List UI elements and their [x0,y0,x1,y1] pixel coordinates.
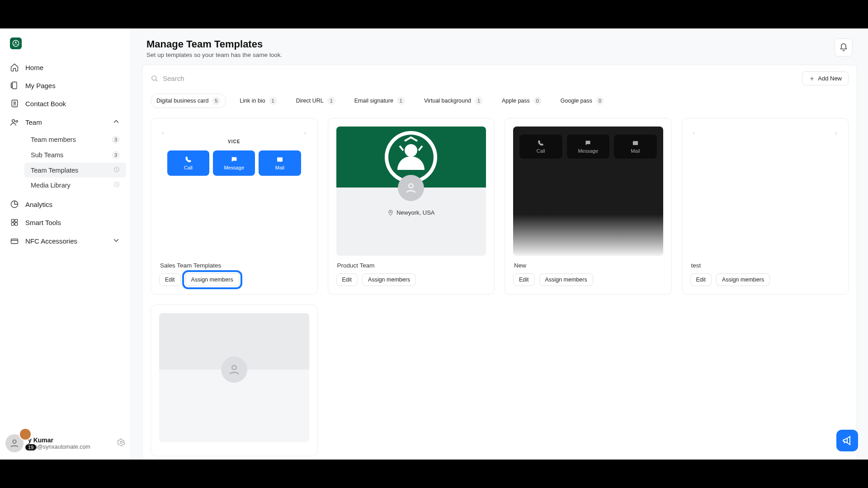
chip-digital-business-card[interactable]: Digital business card 5 [151,94,226,108]
nav-home-label: Home [25,64,43,71]
nav-my-pages[interactable]: My Pages [5,76,126,94]
chip-direct-url[interactable]: Direct URL 1 [291,94,341,108]
preview-quick-actions: Call Message Mail [513,127,663,159]
letterbox-bottom [0,460,868,488]
assign-members-button[interactable]: Assign members [362,273,416,286]
page-title: Manage Team Templates [146,38,282,50]
preview-mail-label: Mail [275,165,284,170]
nav-smart-tools[interactable]: Smart Tools [5,213,126,231]
chip-google-pass[interactable]: Google pass 0 [555,94,609,108]
mail-icon [276,156,283,163]
svg-point-19 [152,76,156,80]
mail-icon [632,140,639,146]
edit-button[interactable]: Edit [513,273,535,286]
message-icon [231,156,238,163]
primary-nav: Home My Pages Contact Book Team Team mem… [0,54,131,460]
main-content: Manage Team Templates Set up templates s… [131,28,868,460]
assign-members-button[interactable]: Assign members [185,273,239,286]
notifications-button[interactable] [835,38,853,56]
edit-button[interactable]: Edit [159,273,181,286]
prev-arrow-icon[interactable]: ‹ [162,129,164,136]
phone-icon [538,140,544,146]
user-avatar-overlay [19,428,32,441]
settings-button[interactable] [117,438,125,448]
svg-rect-15 [15,223,18,225]
nav-sub-teams[interactable]: Sub Teams 3 [24,147,126,163]
svg-rect-16 [11,239,18,244]
template-preview[interactable]: United Kingdom [159,313,309,442]
svg-point-25 [390,211,392,212]
user-profile[interactable]: 19 y Kumar ash@synxautomate.com [5,434,125,452]
chip-count: 1 [475,97,483,105]
preview-call-label: Call [184,165,193,170]
template-preview[interactable]: Newyork, USA [336,127,486,256]
nav-media-library[interactable]: Media Library [24,178,126,192]
svg-rect-12 [11,219,14,222]
template-preview[interactable]: ‹ › [690,127,840,256]
svg-point-27 [232,366,236,370]
analytics-icon [10,200,19,209]
grid-icon [10,218,19,227]
nav-team-submenu: Team members 3 Sub Teams 3 Team Template… [5,132,126,192]
nav-analytics-label: Analytics [25,201,52,208]
chevron-down-icon [112,236,121,246]
nav-media-library-label: Media Library [31,182,71,189]
chevron-up-icon [112,117,121,127]
next-arrow-icon[interactable]: › [835,129,837,136]
template-preview[interactable]: ‹ › VICE Call Message [159,127,309,256]
nav-analytics[interactable]: Analytics [5,195,126,213]
chip-count: 0 [596,97,604,105]
add-new-button[interactable]: Add New [802,71,849,85]
card-actions: Edit Assign members [690,273,840,286]
chip-label: Virtual background [424,98,471,104]
next-arrow-icon[interactable]: › [304,129,307,136]
card-actions: Edit Assign members [336,273,486,286]
phone-icon [185,156,192,163]
nav-contact-book-label: Contact Book [25,100,66,108]
template-card-new: Call Message Mail New [505,118,672,295]
chip-label: Digital business card [156,98,208,104]
prev-arrow-icon[interactable]: ‹ [693,129,695,136]
chip-apple-pass[interactable]: Apple pass 0 [496,94,547,108]
preview-quick-actions: Call Message Mail [159,150,309,176]
notification-count-badge: 19 [25,444,36,450]
svg-point-18 [120,441,123,444]
card-actions: Edit Assign members [513,273,663,286]
sidebar: Home My Pages Contact Book Team Team mem… [0,28,131,460]
nav-my-pages-label: My Pages [25,82,56,89]
announce-fab[interactable] [836,430,858,451]
search-input[interactable] [163,75,796,82]
megaphone-icon [842,435,853,446]
nav-team-members-label: Team members [31,136,76,143]
message-icon [585,140,591,146]
assign-members-button[interactable]: Assign members [716,273,770,286]
template-card-test: ‹ › test Edit Assign members [682,118,849,295]
preview-mail-button: Mail [614,135,657,159]
nav-team-templates[interactable]: Team Templates [24,163,126,178]
chip-email-signature[interactable]: Email signature 1 [349,94,410,108]
svg-point-23 [405,144,417,157]
clock-icon [113,166,120,174]
svg-point-24 [409,184,413,188]
nav-home[interactable]: Home [5,58,126,76]
preview-mail-button: Mail [259,150,301,176]
template-card-uk: United Kingdom [151,305,318,456]
svg-point-7 [12,119,15,122]
assign-members-button[interactable]: Assign members [539,273,593,286]
user-email: ash@synxautomate.com [28,444,113,450]
edit-button[interactable]: Edit [690,273,712,286]
svg-rect-4 [11,83,13,88]
nav-contact-book[interactable]: Contact Book [5,94,126,113]
edit-button[interactable]: Edit [336,273,358,286]
template-preview[interactable]: Call Message Mail [513,127,663,256]
chip-virtual-background[interactable]: Virtual background 1 [419,94,488,108]
app-logo[interactable] [10,38,22,49]
preview-avatar [398,175,424,201]
nav-nfc-accessories[interactable]: NFC Accessories [5,231,126,251]
nav-team-members[interactable]: Team members 3 [24,132,126,147]
preview-mail-label: Mail [631,148,640,154]
chip-count: 1 [397,97,405,105]
page-header-text: Manage Team Templates Set up templates s… [146,38,282,58]
chip-link-in-bio[interactable]: Link in bio 1 [234,94,282,108]
nav-team[interactable]: Team [5,113,126,132]
